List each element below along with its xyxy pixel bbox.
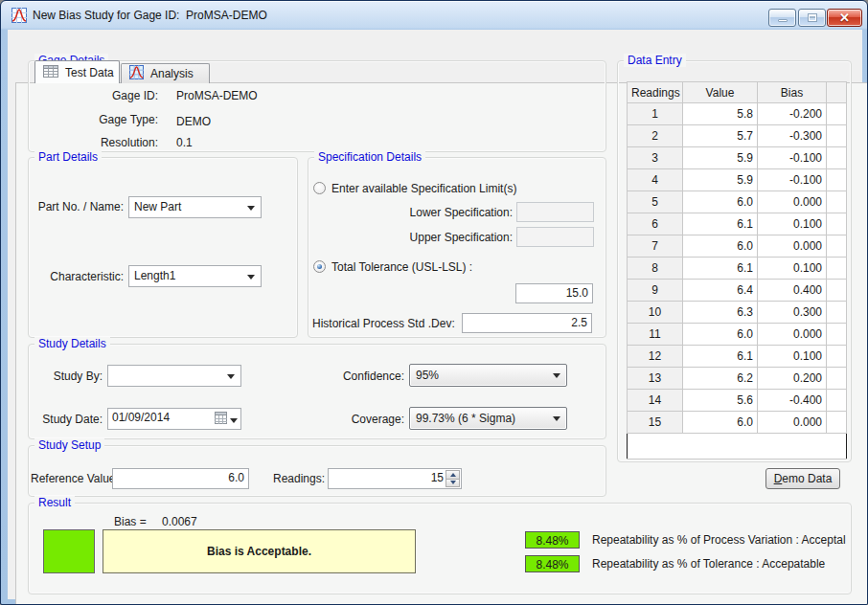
study-by-combobox[interactable] (107, 365, 241, 387)
resolution-value: 0.1 (176, 136, 193, 149)
total-tolerance-input[interactable]: 15.0 (515, 283, 593, 303)
part-no-combobox[interactable]: New Part (128, 196, 262, 218)
table-row: 45.9-0.100 (628, 169, 847, 191)
coverage-combobox[interactable]: 99.73% (6 * Sigma) (409, 407, 567, 430)
title-bar[interactable]: New Bias Study for Gage ID: ProMSA-DEMO … (1, 1, 867, 30)
study-setup-group: Study Setup Reference Value: 6.0 Reading… (28, 445, 606, 497)
badge-value: 8.48% (536, 558, 568, 571)
table-row: 76.00.000 (628, 235, 847, 258)
result-message-panel: Bias is Acceptable. (103, 529, 416, 573)
bias-cell[interactable]: 0.000 (758, 324, 827, 346)
row-number: 4 (628, 169, 683, 191)
minimize-button[interactable] (768, 9, 796, 27)
table-row: 145.6-0.400 (628, 390, 847, 412)
value-cell[interactable]: 6.2 (683, 368, 758, 390)
filler-cell (628, 434, 847, 459)
value-cell[interactable]: 6.0 (683, 235, 758, 258)
spec-limits-radio[interactable] (313, 182, 326, 194)
close-icon: ✕ (828, 11, 861, 25)
demo-data-button[interactable]: Demo Data (765, 468, 840, 489)
study-date-picker[interactable]: 01/09/2014 (107, 408, 241, 430)
bias-cell[interactable]: 0.000 (758, 235, 827, 258)
table-header-row: Readings Value Bias (628, 82, 847, 103)
lower-spec-input[interactable] (516, 202, 594, 222)
characteristic-selected: Length1 (134, 269, 175, 282)
row-number: 15 (628, 412, 683, 434)
value-cell[interactable]: 6.0 (683, 191, 758, 213)
bias-cell[interactable]: 0.000 (758, 191, 827, 213)
close-button[interactable]: ✕ (827, 9, 862, 27)
window: New Bias Study for Gage ID: ProMSA-DEMO … (0, 0, 868, 605)
value-cell[interactable]: 5.6 (683, 390, 758, 412)
bias-cell[interactable]: -0.100 (758, 147, 827, 169)
chevron-down-icon (553, 373, 560, 378)
value-cell[interactable]: 6.0 (683, 412, 758, 434)
filler-cell (827, 412, 847, 434)
readings-header: Readings (628, 82, 683, 103)
value-cell[interactable]: 6.1 (683, 346, 758, 368)
bias-cell[interactable]: 0.000 (758, 412, 827, 434)
bias-cell[interactable]: 0.400 (758, 280, 827, 302)
readings-value: 15 (329, 471, 444, 484)
row-number: 9 (628, 280, 683, 302)
table-row: 106.30.300 (628, 302, 847, 324)
table-filler-row (628, 434, 847, 459)
tab-analysis[interactable]: Analysis (121, 63, 210, 83)
value-cell[interactable]: 6.4 (683, 280, 758, 302)
bias-cell[interactable]: 0.100 (758, 258, 827, 280)
filler-cell (827, 169, 847, 191)
value-cell[interactable]: 5.7 (683, 125, 758, 147)
bias-cell[interactable]: -0.200 (758, 103, 827, 125)
maximize-button[interactable] (798, 9, 826, 27)
table-row: 126.10.100 (628, 346, 847, 368)
value-cell[interactable]: 6.1 (683, 258, 758, 280)
bias-cell[interactable]: -0.100 (758, 169, 827, 191)
reference-value-input[interactable]: 6.0 (112, 468, 249, 489)
table-row: 116.00.000 (628, 324, 847, 346)
value-cell[interactable]: 5.8 (683, 103, 758, 125)
value-cell[interactable]: 6.0 (683, 324, 758, 346)
value-cell[interactable]: 6.1 (683, 213, 758, 235)
button-label: emo Data (782, 472, 832, 485)
tab-label: Analysis (150, 67, 194, 80)
study-details-group: Study Details Study By: Confidence: 95% … (28, 344, 606, 439)
characteristic-label: Characteristic: (31, 270, 124, 283)
value-cell[interactable]: 6.3 (683, 302, 758, 324)
reference-value-label: Reference Value: (31, 472, 119, 485)
coverage-selected: 99.73% (6 * Sigma) (416, 412, 515, 425)
table-row: 25.7-0.300 (628, 125, 847, 147)
confidence-combobox[interactable]: 95% (409, 364, 567, 387)
bias-cell[interactable]: -0.300 (758, 125, 827, 147)
chevron-down-icon (247, 206, 255, 211)
calendar-icon (215, 412, 227, 427)
row-number: 1 (628, 103, 683, 125)
spin-up-button[interactable] (445, 470, 460, 480)
value-cell[interactable]: 5.9 (683, 147, 758, 169)
study-by-label: Study By: (38, 370, 103, 383)
tab-test-data[interactable]: Test Data (34, 60, 120, 83)
repeatability-pv-text: Repeatability as % of Process Variation … (592, 533, 849, 547)
bias-cell[interactable]: 0.300 (758, 302, 827, 324)
table-row: 56.00.000 (628, 191, 847, 213)
gage-type-label: Gage Type: (57, 113, 158, 126)
std-dev-input[interactable]: 2.5 (462, 313, 592, 333)
bias-cell[interactable]: 0.100 (758, 346, 827, 368)
spin-down-button[interactable] (445, 480, 460, 488)
value-cell[interactable]: 5.9 (683, 169, 758, 191)
filler-cell (827, 125, 847, 147)
lower-spec-label: Lower Specification: (398, 206, 513, 219)
filler-cell (827, 324, 847, 346)
total-tolerance-radio-label: Total Tolerance (USL-LSL) : (331, 260, 472, 274)
bias-cell[interactable]: 0.100 (758, 213, 827, 235)
filler-cell (827, 302, 847, 324)
upper-spec-input[interactable] (516, 227, 594, 247)
bias-cell[interactable]: 0.200 (758, 368, 827, 390)
badge-value: 8.48% (536, 534, 568, 548)
readings-stepper[interactable]: 15 (328, 468, 462, 489)
group-title: Data Entry (624, 54, 686, 67)
characteristic-combobox[interactable]: Length1 (128, 265, 262, 287)
bias-cell[interactable]: -0.400 (758, 390, 827, 412)
row-number: 12 (628, 346, 683, 368)
part-no-selected: New Part (134, 200, 181, 213)
total-tolerance-radio[interactable] (313, 260, 326, 273)
